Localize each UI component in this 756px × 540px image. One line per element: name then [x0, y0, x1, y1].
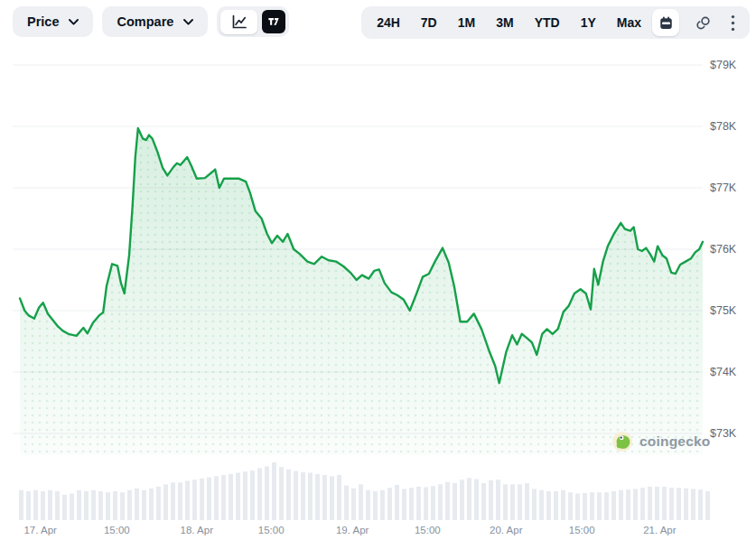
coingecko-price-chart-panel: $79K$78K$77K$76K$75K$74K$73K17. Apr15:00…: [0, 0, 756, 540]
volume-bar: [518, 484, 522, 520]
price-area-dots: [20, 128, 703, 455]
volume-bar: [510, 484, 515, 520]
line-chart-toggle[interactable]: [220, 10, 257, 34]
range-button-3m[interactable]: 3M: [496, 15, 513, 30]
volume-bar: [142, 490, 146, 520]
volume-bar: [525, 483, 529, 520]
range-button-ytd[interactable]: YTD: [535, 15, 560, 30]
coingecko-watermark: coingecko: [611, 431, 710, 452]
tradingview-toggle[interactable]: [262, 10, 285, 33]
volume-bar: [503, 484, 508, 520]
volume-bar: [48, 490, 52, 520]
range-selector: 24H 7D 1M 3M YTD 1Y Max: [361, 6, 750, 39]
volume-bar: [214, 476, 219, 520]
range-button-24h[interactable]: 24H: [377, 15, 400, 30]
volume-bar: [272, 462, 276, 520]
volume-bar: [474, 479, 479, 520]
compare-dropdown[interactable]: Compare: [102, 6, 208, 37]
volume-bar: [453, 483, 457, 520]
volume-bar: [322, 475, 327, 520]
volume-bar: [698, 489, 703, 520]
volume-bar: [279, 467, 284, 520]
volume-bar: [424, 488, 428, 520]
volume-bar: [330, 476, 334, 520]
volume-bar: [41, 491, 45, 520]
volume-bar: [387, 488, 392, 520]
volume-bar: [221, 475, 226, 520]
volume-bar: [351, 489, 356, 520]
range-button-max[interactable]: Max: [617, 15, 641, 30]
y-axis-label: $77K: [710, 181, 736, 195]
volume-bar: [481, 483, 486, 520]
volume-bar: [438, 484, 443, 520]
x-axis-label: 17. Apr: [23, 524, 56, 536]
volume-bar: [77, 490, 81, 520]
range-button-1m[interactable]: 1M: [458, 15, 475, 30]
volume-bar: [308, 473, 313, 520]
volume-bar: [554, 491, 558, 520]
volume-bar: [19, 490, 23, 520]
coingecko-logo-icon: [611, 431, 633, 452]
volume-bar: [257, 468, 262, 520]
volume-bar: [26, 491, 31, 520]
volume-bar: [113, 491, 117, 520]
volume-bar: [359, 484, 363, 520]
link-icon: [694, 14, 713, 33]
volume-bar: [416, 487, 421, 520]
volume-bar: [98, 491, 103, 520]
volume-bar: [207, 478, 211, 520]
volume-bar: [315, 474, 320, 520]
x-axis-label: 15:00: [415, 524, 441, 536]
volume-bar: [301, 472, 305, 520]
volume-bar: [460, 479, 464, 520]
volume-bar: [604, 492, 609, 520]
y-axis-label: $79K: [710, 58, 736, 72]
volume-bar: [286, 470, 291, 520]
compare-dropdown-label: Compare: [117, 14, 173, 29]
y-axis-label: $73K: [710, 426, 736, 441]
volume-bar: [597, 492, 602, 520]
volume-bar: [135, 489, 139, 520]
range-button-7d[interactable]: 7D: [421, 15, 437, 30]
volume-bar: [236, 473, 240, 520]
volume-bar: [366, 490, 370, 520]
y-axis-label: $74K: [710, 365, 736, 379]
volume-bar: [84, 491, 89, 520]
volume-bar: [409, 488, 414, 520]
volume-bar: [402, 489, 406, 520]
volume-bar: [546, 491, 551, 520]
volume-bar: [561, 490, 565, 520]
volume-bar: [677, 488, 681, 520]
volume-bar: [120, 492, 125, 520]
volume-bar: [648, 487, 652, 520]
volume-bar: [633, 489, 638, 520]
price-dropdown[interactable]: Price: [13, 6, 93, 37]
volume-bar: [200, 479, 204, 520]
coingecko-watermark-text: coingecko: [639, 433, 710, 450]
chart-toolbar: Price Compare: [0, 0, 756, 45]
volume-bar: [619, 490, 623, 520]
volume-bar: [127, 490, 132, 520]
calendar-icon: [658, 15, 674, 31]
more-options-button[interactable]: [726, 12, 739, 33]
volume-bar: [532, 489, 537, 520]
volume-bar: [171, 482, 175, 520]
volume-bar: [705, 491, 710, 520]
volume-bar: [344, 486, 349, 520]
volume-bar: [489, 480, 493, 520]
share-link-button[interactable]: [692, 12, 714, 33]
calendar-button[interactable]: [652, 9, 679, 36]
x-axis-label: 15:00: [258, 524, 285, 536]
chart-controls-left: Price Compare: [13, 6, 289, 37]
volume-bar: [568, 492, 573, 520]
volume-bar: [163, 484, 168, 520]
price-chart[interactable]: [0, 0, 756, 540]
volume-bar: [395, 485, 399, 520]
chart-type-switcher: [217, 6, 289, 37]
volume-bar: [684, 489, 688, 520]
x-axis-label: 15:00: [104, 524, 130, 536]
range-button-1y[interactable]: 1Y: [581, 15, 596, 30]
chevron-down-icon: [183, 19, 193, 25]
volume-bar: [655, 487, 659, 520]
volume-bar: [669, 488, 674, 520]
